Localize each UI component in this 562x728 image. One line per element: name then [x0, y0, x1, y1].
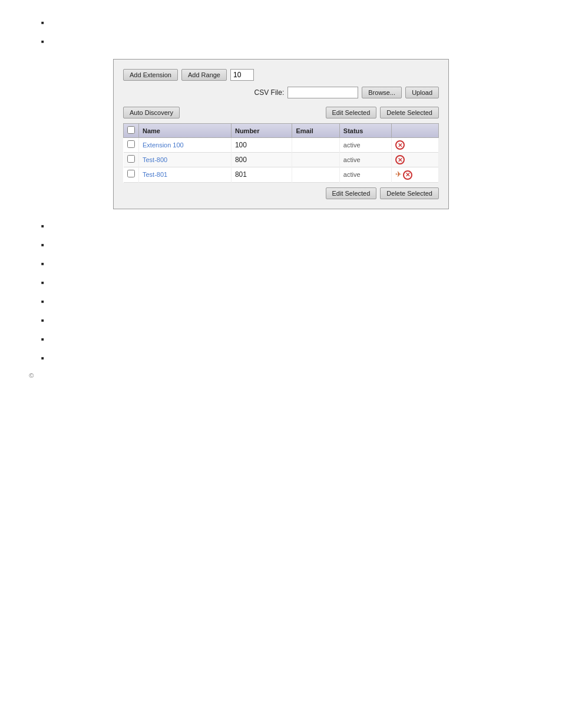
col-header-name: Name	[139, 124, 232, 138]
bottom-bullet-4: ■	[41, 278, 538, 288]
extension-number: 100	[231, 138, 292, 153]
bullet-dot: ■	[41, 20, 44, 25]
bottom-bullet-text-1	[50, 221, 52, 232]
main-panel: Add Extension Add Range CSV File: Browse…	[113, 59, 449, 209]
auto-discovery-button[interactable]: Auto Discovery	[123, 107, 180, 118]
extension-name-link[interactable]: Test-801	[143, 171, 167, 178]
extension-name-link[interactable]: Test-800	[143, 156, 167, 163]
row-checkbox-1[interactable]	[127, 140, 135, 148]
bullet-dot: ■	[41, 337, 44, 342]
bottom-bullet-5: ■	[41, 297, 538, 307]
delete-selected-button-top[interactable]: Delete Selected	[380, 107, 439, 118]
delete-row-icon[interactable]: ✕	[403, 170, 412, 180]
add-range-button[interactable]: Add Range	[181, 69, 227, 81]
copyright-text: ©	[24, 372, 538, 379]
bottom-bullet-text-8	[50, 353, 52, 364]
bullet-dot: ■	[41, 261, 44, 266]
delete-row-icon[interactable]: ✕	[395, 155, 405, 164]
col-header-status: Status	[339, 124, 391, 138]
bottom-bullet-3: ■	[41, 259, 538, 269]
table-row: Test-800800active✕	[124, 153, 439, 167]
table-row: Extension 100100active✕	[124, 138, 439, 153]
run-icon[interactable]: ✈	[395, 170, 402, 179]
bullet-dot: ■	[41, 242, 44, 248]
bottom-bullets: ■ ■ ■ ■ ■ ■ ■ ■	[41, 221, 538, 364]
col-header-check	[124, 124, 139, 138]
top-toolbar: Add Extension Add Range	[123, 69, 439, 81]
delete-row-icon[interactable]: ✕	[395, 140, 405, 150]
bottom-bullet-2: ■	[41, 240, 538, 251]
top-bullets: ■ ■	[41, 18, 538, 47]
extension-email	[292, 167, 339, 183]
col-header-number: Number	[231, 124, 292, 138]
bottom-bullet-text-2	[50, 240, 52, 251]
extensions-table: Name Number Email Status Extension 10010…	[123, 123, 439, 183]
table-row: Test-801801active✈✕	[124, 167, 439, 183]
action-row-bottom: Edit Selected Delete Selected	[123, 187, 439, 199]
range-input[interactable]	[230, 69, 254, 81]
status-badge: active	[343, 171, 361, 178]
upload-button[interactable]: Upload	[405, 87, 439, 98]
select-all-checkbox[interactable]	[127, 126, 135, 134]
bottom-bullet-1: ■	[41, 221, 538, 232]
edit-selected-button-bottom[interactable]: Edit Selected	[326, 187, 377, 199]
col-header-email: Email	[292, 124, 339, 138]
extension-email	[292, 138, 339, 153]
action-row-top: Auto Discovery Edit Selected Delete Sele…	[123, 107, 439, 118]
bottom-bullet-8: ■	[41, 353, 538, 364]
csv-row: CSV File: Browse... Upload	[123, 87, 439, 98]
bullet-text-2	[50, 37, 52, 47]
bullet-dot: ■	[41, 355, 44, 361]
add-extension-button[interactable]: Add Extension	[123, 69, 178, 81]
extension-number: 800	[231, 153, 292, 167]
col-header-actions	[392, 124, 439, 138]
edit-selected-button-top[interactable]: Edit Selected	[326, 107, 377, 118]
bullet-dot: ■	[41, 318, 44, 323]
row-checkbox-2[interactable]	[127, 155, 135, 163]
bullet-dot: ■	[41, 223, 44, 229]
top-bullet-2: ■	[41, 37, 538, 47]
bottom-bullet-7: ■	[41, 334, 538, 345]
extension-email	[292, 153, 339, 167]
bullet-dot: ■	[41, 39, 44, 44]
bullet-text-1	[50, 18, 52, 28]
delete-selected-button-bottom[interactable]: Delete Selected	[380, 187, 439, 199]
bottom-bullet-text-6	[50, 315, 52, 326]
action-right-top: Edit Selected Delete Selected	[326, 107, 439, 118]
csv-label: CSV File:	[254, 88, 285, 97]
row-checkbox-3[interactable]	[127, 170, 135, 177]
bottom-bullet-text-4	[50, 278, 52, 288]
status-badge: active	[343, 156, 361, 163]
csv-file-input[interactable]	[287, 87, 358, 98]
browse-button[interactable]: Browse...	[362, 87, 402, 98]
status-badge: active	[343, 141, 361, 149]
bottom-bullet-6: ■	[41, 315, 538, 326]
bottom-bullet-text-7	[50, 334, 52, 345]
extension-name-link[interactable]: Extension 100	[143, 141, 184, 149]
bottom-bullet-text-5	[50, 297, 52, 307]
bullet-dot: ■	[41, 299, 44, 304]
extension-number: 801	[231, 167, 292, 183]
top-bullet-1: ■	[41, 18, 538, 28]
bullet-dot: ■	[41, 280, 44, 285]
bottom-bullet-text-3	[50, 259, 52, 269]
